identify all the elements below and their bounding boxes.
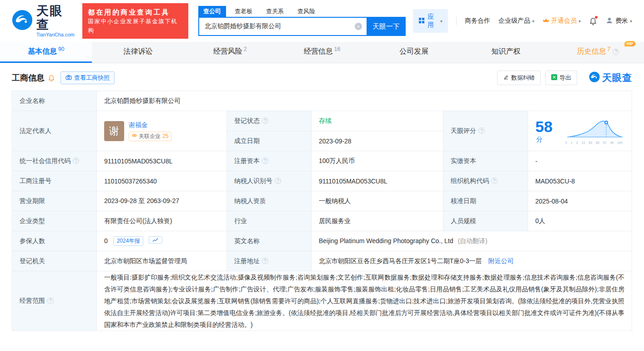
taxpayer-id-value: 91110105MAD053CU8L xyxy=(312,171,443,191)
company-name-value: 北京铂爵婚纱摄影有限公司 xyxy=(97,91,632,111)
help-icon[interactable]: ? xyxy=(613,49,619,55)
field-label-credit-code: 统一社会信用代码? xyxy=(12,151,97,171)
nav-business-cooperation[interactable]: 商务合作 xyxy=(465,17,490,25)
score-distribution-chart: 0131550859799100 xyxy=(565,118,624,144)
field-label-reg-status: 登记状态? xyxy=(227,111,312,131)
search-box: × xyxy=(198,17,367,36)
apps-menu[interactable]: 应用 ▾ xyxy=(413,9,448,33)
help-icon[interactable]: ? xyxy=(262,258,268,264)
table-row: 统一社会信用代码? 91110105MAD053CU8L 注册资本? 100万人… xyxy=(12,151,632,171)
camera-icon xyxy=(65,74,72,82)
section-actions: 数据纠错 导出 天眼查 xyxy=(497,71,632,85)
score-number: 58分 xyxy=(535,118,559,144)
field-label-org-code: 组织机构代码? xyxy=(443,171,528,191)
notifications-bell-icon[interactable] xyxy=(589,17,597,25)
search-tab-risk[interactable]: 查风险 xyxy=(292,6,320,17)
reg-number-value: 110105037265340 xyxy=(97,171,227,191)
chevron-down-icon: ▾ xyxy=(532,19,534,24)
help-icon[interactable]: ? xyxy=(275,178,281,184)
establish-date-value: 2023-09-28 xyxy=(312,131,443,151)
tab-company-development[interactable]: 公司发展 xyxy=(368,42,460,63)
search-tab-company[interactable]: 查公司 xyxy=(198,6,226,17)
help-icon[interactable]: ? xyxy=(478,127,485,134)
field-label-reg-authority: 登记机关 xyxy=(12,251,97,271)
score-value: 58分 0131550859799100 xyxy=(528,111,632,151)
company-tabbar: 基本信息90 法律诉讼 经营风险2 经营信息16 公司发展 知识产权 历史信息 … xyxy=(0,42,644,63)
monitor-bell-icon[interactable] xyxy=(48,74,55,81)
help-icon[interactable]: ? xyxy=(262,158,268,164)
section-header: 工商信息 查看工商快照 数据纠错 导出 天眼查 xyxy=(0,63,644,91)
vip-badge: VIP xyxy=(624,41,636,46)
user-menu[interactable]: 费米 ▾ xyxy=(605,16,632,26)
tianyancha-swirl-icon xyxy=(589,71,600,84)
tianyancha-company-page: 天眼查 TianYanCha.com 都在用的商业查询工具 国家中小企业发展子基… xyxy=(0,0,644,351)
field-label-legal-rep: 法定代表人 xyxy=(12,111,97,151)
approval-date-value: 2025-08-04 xyxy=(528,191,632,211)
search-button[interactable]: 天眼一下 xyxy=(367,17,406,36)
promo-line-2: 国家中小企业发展子基金旗下机构 xyxy=(88,17,183,35)
field-label-english-name: 英文名称 xyxy=(227,231,312,251)
field-label-reg-number: 工商注册号 xyxy=(12,171,97,191)
search-input[interactable] xyxy=(199,18,367,35)
table-row: 参保人数 0 2024年报 英文名称 Beijing Platinum Wedd… xyxy=(12,231,632,251)
section-title: 工商信息 xyxy=(12,72,45,83)
clear-search-icon[interactable]: × xyxy=(355,23,362,30)
reg-status-value: 存续 xyxy=(312,111,443,131)
tab-intellectual-property[interactable]: 知识产权 xyxy=(460,42,552,63)
tab-basic-info[interactable]: 基本信息90 xyxy=(0,42,92,63)
field-label-reg-address: 注册地址? xyxy=(227,251,312,271)
edit-icon xyxy=(503,74,509,81)
legal-rep-value: 谢 谢福金 关联企业 25 xyxy=(97,111,227,151)
snapshot-button[interactable]: 查看工商快照 xyxy=(60,71,115,84)
tianyancha-logo[interactable]: 天眼查 TianYanCha.com xyxy=(12,5,75,37)
field-label-company-type: 企业类型 xyxy=(12,211,97,231)
help-icon[interactable]: ? xyxy=(262,117,268,124)
industry-value: 居民服务业 xyxy=(312,211,443,231)
business-scope-value: 一般项目:摄影扩印服务;组织文化艺术交流活动;摄像及视频制作服务;咨询策划服务;… xyxy=(97,271,632,331)
company-type-value: 有限责任公司(法人独资) xyxy=(97,211,227,231)
business-info-table: 企业名称 北京铂爵婚纱摄影有限公司 法定代表人 谢 谢福金 关联企业 25 xyxy=(12,91,632,331)
search-tab-boss[interactable]: 查老板 xyxy=(230,6,257,17)
search-tab-relation[interactable]: 查关系 xyxy=(261,6,289,17)
tianyancha-watermark: 天眼查 xyxy=(589,71,632,84)
chevron-down-icon: ▾ xyxy=(440,19,443,24)
related-companies-chip[interactable]: 关联企业 25 xyxy=(129,132,171,141)
nearby-companies-link[interactable]: 附近公司 xyxy=(488,257,513,265)
score-axis-ticks: 0131550859799100 xyxy=(565,141,623,144)
tab-operating-info[interactable]: 经营信息16 xyxy=(276,42,368,63)
nav-enterprise-products[interactable]: 企业级产品▾ xyxy=(498,17,534,25)
legal-rep-avatar[interactable]: 谢 xyxy=(104,121,124,141)
data-correction-button[interactable]: 数据纠错 xyxy=(497,71,541,85)
promo-banner: 都在用的商业查询工具 国家中小企业发展子基金旗下机构 xyxy=(82,3,188,39)
tab-legal-proceedings[interactable]: 法律诉讼 xyxy=(92,42,184,63)
search-area: 查公司 查老板 查关系 查风险 × 天眼一下 xyxy=(198,6,406,36)
english-name-value: Beijing Platinum Wedding Photography Co.… xyxy=(312,231,632,251)
field-label-business-scope: 经营范围? xyxy=(12,271,97,331)
field-label-paid-capital: 实缴资本 xyxy=(443,151,528,171)
taxpayer-quality-value: 一般纳税人 xyxy=(312,191,443,211)
legal-rep-name-link[interactable]: 谢福金 xyxy=(129,121,171,129)
auto-translate-note: (自动翻译) xyxy=(458,237,487,244)
table-row: 工商注册号 110105037265340 纳税人识别号? 91110105MA… xyxy=(12,171,632,191)
paid-capital-value: - xyxy=(528,151,632,171)
table-row: 经营范围? 一般项目:摄影扩印服务;组织文化艺术交流活动;摄像及视频制作服务;咨… xyxy=(12,271,632,331)
help-icon[interactable]: ? xyxy=(73,158,79,164)
header-nav: 应用 ▾ 商务合作 企业级产品▾ 开通会员 ▾ 费米 ▾ xyxy=(413,9,632,33)
chevron-down-icon: ▾ xyxy=(579,19,581,24)
field-label-company-name: 企业名称 xyxy=(12,91,97,111)
tab-history-info[interactable]: 历史信息 7 ? VIP xyxy=(552,42,644,63)
nav-open-vip[interactable]: 开通会员 ▾ xyxy=(543,17,581,25)
business-term-value: 2023-09-28 至 2063-09-27 xyxy=(97,191,227,211)
export-button[interactable]: 导出 xyxy=(545,71,577,85)
tab-operating-risk[interactable]: 经营风险2 xyxy=(184,42,276,63)
help-icon[interactable]: ? xyxy=(47,298,54,304)
annual-report-chip[interactable]: 2024年报 xyxy=(113,236,144,246)
trend-chart-icon[interactable] xyxy=(149,236,162,244)
field-label-taxpayer-id: 纳税人识别号? xyxy=(227,171,312,191)
table-row: 登记机关 北京市朝阳区市场监督管理局 注册地址? 北京市朝阳区豆各庄乡西马各庄开… xyxy=(12,251,632,271)
table-row: 营业期限 2023-09-28 至 2063-09-27 纳税人资质 一般纳税人… xyxy=(12,191,632,211)
field-label-establish-date: 成立日期 xyxy=(227,131,312,151)
excel-icon xyxy=(551,74,557,81)
reg-address-value: 北京市朝阳区豆各庄乡西马各庄开发区1号二期T座0-3一层 附近公司 xyxy=(312,251,632,271)
help-icon[interactable]: ? xyxy=(491,178,498,184)
